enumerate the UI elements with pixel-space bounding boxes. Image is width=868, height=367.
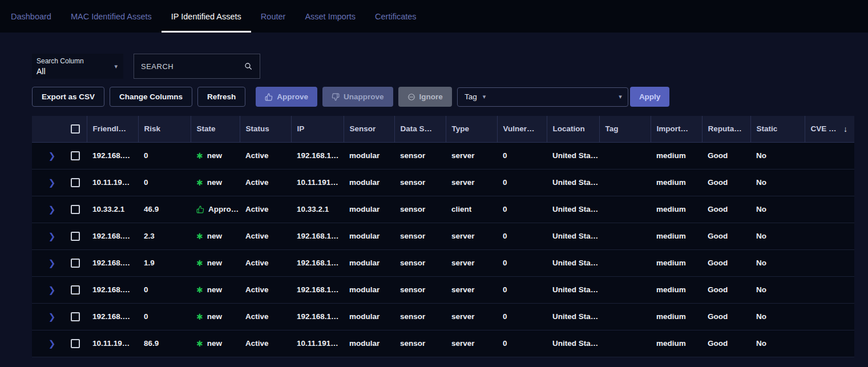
nav-tab-router[interactable]: Router: [251, 0, 296, 33]
row-checkbox[interactable]: [71, 285, 80, 295]
unapprove-button[interactable]: Unapprove: [322, 87, 393, 107]
row-checkbox[interactable]: [71, 312, 80, 321]
search-input[interactable]: [134, 62, 237, 71]
ignore-button[interactable]: Ignore: [398, 87, 452, 107]
cell-type: server: [446, 142, 497, 169]
col-header-importance[interactable]: Import…: [651, 116, 702, 142]
cell-vulnerabilities: 0: [497, 249, 547, 276]
col-header-cve[interactable]: CVE … ↓: [805, 116, 854, 142]
cell-risk: 86.9: [138, 330, 191, 357]
col-header-static[interactable]: Static: [750, 116, 805, 142]
search-column-value: All: [37, 67, 114, 76]
row-checkbox[interactable]: [71, 232, 80, 241]
row-checkbox[interactable]: [71, 151, 80, 160]
cell-risk: 0: [138, 303, 191, 330]
cell-vulnerabilities: 0: [497, 223, 547, 249]
cell-sensor: modular: [344, 196, 394, 223]
col-header-tag[interactable]: Tag: [599, 116, 651, 142]
cell-status: Active: [240, 196, 291, 223]
cell-sensor: modular: [344, 276, 394, 303]
cell-cve: [805, 276, 854, 303]
col-header-state[interactable]: State: [191, 116, 240, 142]
ban-icon: [407, 93, 415, 101]
cell-sensor: modular: [344, 223, 394, 249]
table-row: ❯ 10.33.2.1 46.9 Appro… Active 10.33.2.1…: [32, 196, 854, 223]
cell-tag: [599, 223, 651, 249]
col-header-ip[interactable]: IP: [291, 116, 344, 142]
col-header-checkbox: [64, 116, 87, 142]
cell-checkbox: [64, 276, 87, 303]
cell-status: Active: [240, 330, 291, 357]
ignore-button-label: Ignore: [419, 92, 443, 101]
col-header-type[interactable]: Type: [446, 116, 497, 142]
cell-static: No: [750, 303, 805, 330]
expand-row-icon[interactable]: ❯: [49, 312, 56, 322]
cell-cve: [805, 330, 854, 357]
new-asterisk-icon: ✱: [196, 259, 203, 267]
refresh-button[interactable]: Refresh: [197, 87, 245, 107]
expand-row-icon[interactable]: ❯: [49, 204, 56, 215]
expand-row-icon[interactable]: ❯: [49, 151, 56, 161]
approve-button[interactable]: Approve: [256, 87, 317, 107]
search-icon[interactable]: [237, 62, 260, 71]
nav-tab-certificates[interactable]: Certificates: [365, 0, 426, 33]
chevron-down-icon: ▾: [619, 94, 622, 100]
table-row: ❯ 192.168.… 2.3 ✱ new Active 192.168.1… …: [32, 223, 854, 249]
cell-static: No: [750, 223, 805, 249]
select-all-checkbox[interactable]: [71, 124, 80, 134]
cell-ip: 192.168.1…: [291, 303, 344, 330]
nav-tab-asset-imports[interactable]: Asset Imports: [295, 0, 365, 33]
expand-row-icon[interactable]: ❯: [49, 338, 56, 349]
cell-tag: [599, 169, 651, 196]
col-header-vulnerabilities[interactable]: Vulner…: [497, 116, 547, 142]
cell-data-source: sensor: [394, 276, 446, 303]
row-checkbox[interactable]: [71, 178, 80, 187]
cell-risk: 0: [138, 276, 191, 303]
cell-vulnerabilities: 0: [497, 303, 547, 330]
cell-importance: medium: [651, 196, 702, 223]
tag-select[interactable]: Tag ▾ ▾: [457, 87, 628, 107]
col-header-friendly-name[interactable]: Friendl…: [87, 116, 138, 142]
cell-friendly-name: 192.168.…: [87, 249, 138, 276]
thumbs-up-icon: [265, 93, 273, 101]
cell-tag: [599, 196, 651, 223]
row-checkbox[interactable]: [71, 259, 80, 268]
search-column-select[interactable]: Search Column All ▾: [32, 54, 123, 79]
cell-location: United Sta…: [547, 223, 599, 249]
row-checkbox[interactable]: [71, 205, 80, 214]
nav-tab-ip-identified-assets[interactable]: IP Identified Assets: [162, 0, 251, 33]
nav-tab-mac-identified-assets[interactable]: MAC Identified Assets: [61, 0, 162, 33]
cell-checkbox: [64, 142, 87, 169]
cell-location: United Sta…: [547, 196, 599, 223]
col-header-location[interactable]: Location: [547, 116, 599, 142]
table-row: ❯ 10.11.19… 86.9 ✱ new Active 10.11.191……: [32, 330, 854, 357]
sort-desc-icon[interactable]: ↓: [843, 124, 847, 134]
cell-ip: 192.168.1…: [291, 276, 344, 303]
nav-tab-dashboard[interactable]: Dashboard: [1, 0, 61, 33]
cell-type: server: [446, 330, 497, 357]
col-header-reputation[interactable]: Reputa…: [702, 116, 750, 142]
change-columns-button[interactable]: Change Columns: [110, 87, 192, 107]
expand-row-icon[interactable]: ❯: [49, 258, 56, 268]
new-asterisk-icon: ✱: [196, 286, 203, 294]
row-checkbox[interactable]: [71, 339, 80, 348]
state-label: new: [207, 232, 222, 240]
cell-vulnerabilities: 0: [497, 196, 547, 223]
col-header-risk[interactable]: Risk: [138, 116, 191, 142]
expand-row-icon[interactable]: ❯: [49, 231, 56, 241]
cell-data-source: sensor: [394, 169, 446, 196]
expand-row-icon[interactable]: ❯: [49, 285, 56, 295]
apply-button[interactable]: Apply: [630, 87, 670, 107]
col-header-data-source[interactable]: Data S…: [394, 116, 446, 142]
cell-status: Active: [240, 249, 291, 276]
col-header-sensor[interactable]: Sensor: [344, 116, 394, 142]
export-csv-button[interactable]: Export as CSV: [32, 87, 104, 107]
col-header-cve-label: CVE …: [811, 124, 837, 133]
col-header-status[interactable]: Status: [240, 116, 291, 142]
cell-cve: [805, 303, 854, 330]
cell-expander: ❯: [32, 249, 64, 276]
new-asterisk-icon: ✱: [196, 313, 203, 321]
expand-row-icon[interactable]: ❯: [49, 178, 56, 188]
state-label: new: [207, 259, 222, 267]
cell-checkbox: [64, 330, 87, 357]
